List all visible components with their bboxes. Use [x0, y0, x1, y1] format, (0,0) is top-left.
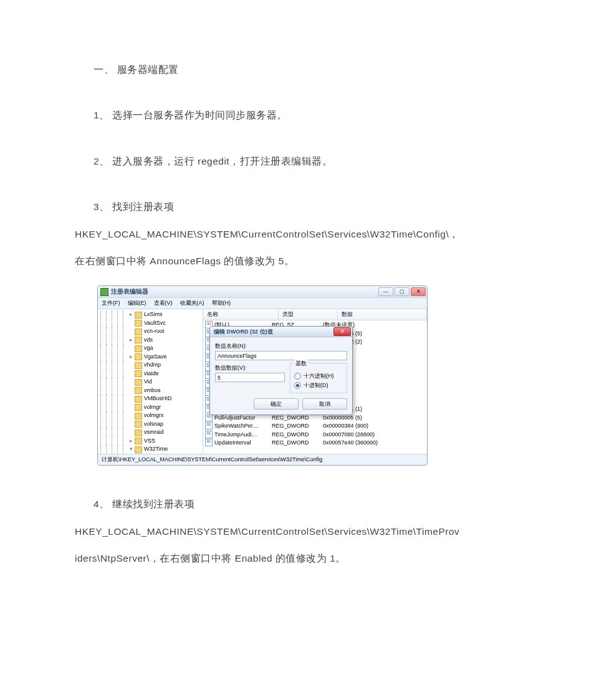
menu-fav[interactable]: 收藏夹(A)	[180, 299, 204, 307]
tree-toggle-icon[interactable]: ▸	[128, 437, 134, 446]
radio-hex-row[interactable]: 十六进制(H)	[294, 372, 343, 380]
tree-toggle-icon[interactable]: ▸	[128, 336, 134, 345]
tree-node[interactable]: ▸VgaSave	[100, 353, 203, 362]
radix-group-title: 基数	[294, 360, 308, 368]
tree-node[interactable]: vsmraid	[100, 428, 203, 437]
tree-label: LxSims	[144, 310, 163, 319]
radio-hex[interactable]	[294, 373, 301, 380]
regedit-titlebar[interactable]: 注册表编辑器 — ▢ ✕	[98, 286, 427, 297]
doc-step-2: 2、 进入服务器，运行 regedit，打开注册表编辑器。	[75, 148, 520, 175]
minimize-button[interactable]: —	[378, 287, 393, 296]
value-type: REG_DWORD	[272, 423, 323, 429]
tree-node[interactable]: vga	[100, 344, 203, 353]
maximize-button[interactable]: ▢	[395, 287, 409, 296]
tree-node[interactable]: Config	[100, 454, 203, 454]
tree-node[interactable]: ▾W32Time	[100, 445, 203, 454]
tree-node[interactable]: vhdmp	[100, 361, 203, 370]
tree-label: vga	[144, 344, 153, 353]
value-data: 0x00000384 (900)	[323, 423, 427, 429]
tree-node[interactable]: ▸VSS	[100, 437, 203, 446]
radio-dec-row[interactable]: 十进制(D)	[294, 381, 343, 390]
value-data: 0x00007080 (28800)	[323, 431, 427, 438]
list-header: 名称 类型 数据	[203, 309, 427, 320]
folder-icon	[135, 337, 142, 343]
tree-node[interactable]: volmgrx	[100, 411, 203, 420]
column-data[interactable]: 数据	[338, 309, 427, 320]
folder-icon	[135, 438, 142, 444]
edit-dword-dialog: 编辑 DWORD (32 位)值 ✕ 数值名称(N): 数值数据(V): 基数	[209, 326, 353, 415]
value-row[interactable]: SpikeWatchPer…REG_DWORD0x00000384 (900)	[203, 421, 427, 430]
dialog-titlebar[interactable]: 编辑 DWORD (32 位)值 ✕	[210, 327, 352, 337]
tree-label: vsmraid	[144, 428, 164, 437]
tree-label: viaide	[144, 370, 159, 378]
tree-label: vcn-root	[144, 327, 165, 336]
label-value-data: 数值数据(V):	[215, 364, 285, 372]
radio-dec[interactable]	[294, 382, 301, 389]
tree-label: Config	[150, 454, 168, 454]
input-value-name[interactable]	[215, 351, 347, 360]
value-row[interactable]: UpdateIntervalREG_DWORD0x00057e40 (36000…	[203, 438, 427, 447]
tree-label: vds	[144, 336, 153, 345]
tree-node[interactable]: ▸LxSims	[100, 310, 203, 319]
radio-hex-label: 十六进制(H)	[304, 372, 334, 380]
folder-icon	[135, 387, 142, 394]
folder-icon	[135, 312, 142, 319]
column-type[interactable]: 类型	[279, 309, 338, 320]
folder-icon	[135, 328, 142, 335]
tree-node[interactable]: volmgr	[100, 403, 203, 412]
tree-toggle-icon[interactable]: ▾	[128, 445, 134, 454]
dword-icon	[205, 431, 213, 438]
value-data: 0x00057e40 (360000)	[323, 439, 427, 446]
document-page: 一、 服务器端配置 1、 选择一台服务器作为时间同步服务器。 2、 进入服务器，…	[0, 0, 589, 700]
folder-icon	[135, 353, 142, 360]
tree-node[interactable]: VaultSvc	[100, 319, 203, 328]
folder-icon	[135, 421, 142, 428]
folder-icon	[135, 413, 142, 420]
menu-help[interactable]: 帮助(H)	[212, 299, 231, 307]
tree-node[interactable]: ▸vds	[100, 336, 203, 345]
status-bar: 计算机\HKEY_LOCAL_MACHINE\SYSTEM\CurrentCon…	[98, 454, 427, 465]
spacer	[75, 175, 520, 193]
menu-file[interactable]: 文件(F)	[102, 299, 120, 307]
menu-view[interactable]: 查看(V)	[154, 299, 173, 307]
menu-edit[interactable]: 编辑(E)	[128, 299, 146, 307]
dialog-body: 数值名称(N): 数值数据(V): 基数 十六进制(H)	[210, 337, 352, 415]
tree-label: volsnap	[144, 420, 163, 429]
regedit-title: 注册表编辑器	[111, 288, 378, 296]
dialog-close-button[interactable]: ✕	[333, 327, 351, 336]
ok-button[interactable]: 确定	[254, 398, 299, 410]
close-button[interactable]: ✕	[411, 287, 426, 296]
tree-label: W32Time	[144, 445, 168, 454]
doc-heading: 一、 服务器端配置	[75, 56, 520, 83]
tree-node[interactable]: vmbus	[100, 386, 203, 395]
tree-node[interactable]: Vid	[100, 378, 203, 386]
folder-icon	[135, 396, 142, 403]
tree-node[interactable]: VMBusHID	[100, 395, 203, 403]
value-type: REG_DWORD	[272, 439, 323, 446]
folder-icon	[135, 379, 142, 386]
folder-icon	[135, 345, 142, 352]
folder-icon	[135, 404, 142, 411]
dialog-buttons: 确定 取消	[215, 398, 347, 410]
tree-node[interactable]: volsnap	[100, 420, 203, 429]
tree-label: VaultSvc	[144, 319, 166, 328]
input-value-data[interactable]	[215, 373, 285, 382]
tree-label: VgaSave	[144, 353, 167, 362]
value-row[interactable]: TimeJumpAudi…REG_DWORD0x00007080 (28800)	[203, 430, 427, 439]
column-name[interactable]: 名称	[203, 309, 279, 320]
value-name: PollAdjustFactor	[214, 415, 272, 421]
doc-step-3-line1: 3、 找到注册表项	[75, 193, 520, 220]
tree-toggle-icon[interactable]: ▸	[128, 353, 134, 362]
tree-label: VSS	[144, 437, 155, 446]
spacer	[75, 83, 520, 102]
tree-label: vmbus	[144, 386, 161, 395]
value-name: UpdateInterval	[214, 439, 272, 446]
tree-node[interactable]: viaide	[100, 370, 203, 378]
tree-label: volmgr	[144, 403, 161, 412]
tree-toggle-icon[interactable]: ▸	[128, 310, 134, 319]
tree-label: volmgrx	[144, 411, 164, 420]
value-name: TimeJumpAudi…	[214, 431, 272, 438]
tree-node[interactable]: vcn-root	[100, 327, 203, 336]
cancel-button[interactable]: 取消	[302, 398, 347, 410]
tree-pane[interactable]: ▸LxSimsVaultSvcvcn-root▸vdsvga▸VgaSavevh…	[98, 309, 203, 454]
